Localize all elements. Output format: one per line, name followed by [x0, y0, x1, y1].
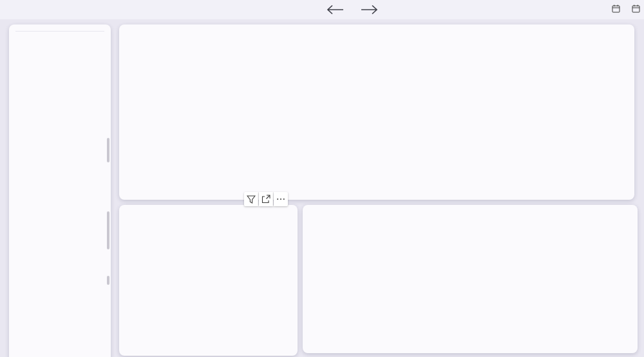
line-chart-card	[303, 205, 638, 353]
dashboard	[0, 0, 644, 357]
scrollbar-thumb[interactable]	[107, 276, 109, 285]
calendar-icon[interactable]	[612, 5, 620, 15]
scrollbar-thumb[interactable]	[107, 211, 109, 249]
forward-button[interactable]	[360, 4, 379, 15]
scrollbar-thumb[interactable]	[107, 138, 109, 162]
forward-arrow-icon	[360, 8, 379, 17]
date-range	[606, 0, 640, 19]
focus-mode-icon[interactable]	[259, 192, 273, 206]
filters-panel	[9, 24, 111, 357]
bar-chart-card	[119, 24, 634, 200]
line-chart	[303, 205, 638, 353]
page-navigation	[325, 4, 379, 15]
back-button[interactable]	[325, 4, 345, 15]
donut-chart-card	[119, 205, 298, 356]
top-bar	[0, 0, 644, 19]
visual-toolbar	[244, 192, 288, 206]
calendar-icon[interactable]	[632, 5, 640, 15]
filter-funnel-icon[interactable]	[244, 192, 258, 206]
divider	[15, 31, 104, 32]
donut-chart	[119, 205, 298, 356]
back-arrow-icon	[325, 8, 345, 17]
bar-chart-x-axis	[200, 183, 627, 192]
more-options-icon[interactable]	[274, 192, 288, 206]
